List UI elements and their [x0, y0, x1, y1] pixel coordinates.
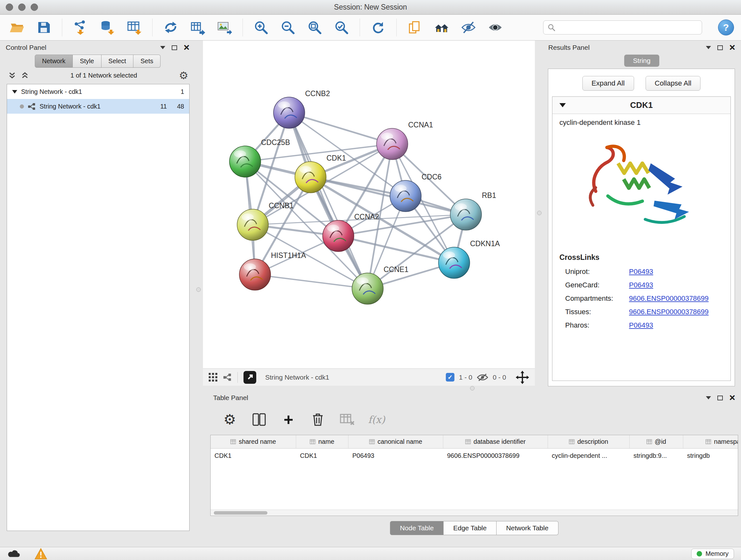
right-splitter-handle[interactable]: [537, 211, 542, 215]
delete-table-button[interactable]: [339, 411, 355, 428]
expand-all-icon[interactable]: [21, 72, 29, 79]
scrollbar-thumb[interactable]: [214, 511, 267, 515]
zoom-selected-button[interactable]: [332, 17, 351, 37]
search-field[interactable]: [543, 20, 702, 35]
tab-select[interactable]: Select: [102, 55, 134, 68]
window-zoom-button[interactable]: [30, 3, 38, 11]
results-tab-string[interactable]: String: [624, 55, 660, 67]
column-header-description[interactable]: description: [548, 435, 630, 448]
panel-menu-icon[interactable]: [706, 46, 711, 49]
collapse-entry-icon[interactable]: [559, 103, 566, 107]
edge-CCNB2-CCNA1[interactable]: [289, 113, 392, 144]
network-node-CDC6[interactable]: CDC6: [390, 173, 442, 212]
network-row[interactable]: String Network - cdk1 11 48: [7, 99, 189, 114]
edge-CCNB2-CCNE1[interactable]: [289, 113, 367, 289]
column-header-database-identifier[interactable]: database identifier: [443, 435, 548, 448]
help-button[interactable]: ?: [718, 19, 734, 36]
hidden-eye-icon[interactable]: [477, 373, 488, 381]
tab-network[interactable]: Network: [35, 55, 73, 68]
export-image-button[interactable]: [214, 17, 234, 37]
bottom-splitter-handle[interactable]: [470, 386, 475, 390]
open-in-new-window-icon[interactable]: [244, 371, 256, 384]
collapse-all-icon[interactable]: [8, 72, 16, 79]
expand-all-button[interactable]: Expand All: [583, 76, 634, 91]
show-panel-button[interactable]: [485, 17, 505, 37]
network-graph[interactable]: CCNB2CCNA1CDC25BCDK1CDC6RB1CCNB1CCNA2CDK…: [203, 41, 535, 368]
crosslink-link[interactable]: 9606.ENSP00000378699: [629, 294, 709, 303]
network-node-HIST1H1A[interactable]: HIST1H1A: [239, 251, 307, 290]
table-cell[interactable]: CDK1: [296, 449, 348, 462]
table-settings-gear-icon[interactable]: ⚙: [221, 411, 238, 428]
crosslink-link[interactable]: 9606.ENSP00000378699: [629, 308, 709, 316]
crosslink-link[interactable]: P06493: [629, 321, 653, 329]
network-collection-row[interactable]: String Network - cdk1 1: [7, 84, 189, 99]
close-panel-icon[interactable]: ×: [729, 44, 735, 52]
export-table-button[interactable]: [188, 17, 207, 37]
column-header--id[interactable]: @id: [630, 435, 683, 448]
table-cell[interactable]: 9606.ENSP00000378699: [443, 449, 548, 462]
network-node-CCNA1[interactable]: CCNA1: [377, 121, 433, 160]
tab-edge-table[interactable]: Edge Table: [444, 521, 496, 535]
edge-HIST1H1A-CCNE1[interactable]: [255, 274, 367, 289]
edge-CDK1-RB1[interactable]: [311, 177, 466, 214]
cloud-icon[interactable]: [7, 549, 20, 558]
table-cell[interactable]: stringdb: [683, 449, 738, 462]
import-table-button[interactable]: [124, 17, 144, 37]
hide-panel-button[interactable]: [459, 17, 478, 37]
network-node-CDKN1A[interactable]: CDKN1A: [439, 240, 500, 278]
open-session-button[interactable]: [7, 17, 27, 37]
table-cell[interactable]: stringdb:9...: [630, 449, 683, 462]
zoom-out-button[interactable]: [278, 17, 298, 37]
panel-menu-icon[interactable]: [706, 396, 711, 399]
warning-icon[interactable]: [35, 548, 47, 560]
column-header-shared-name[interactable]: shared name: [211, 435, 296, 448]
memory-button[interactable]: Memory: [691, 549, 734, 559]
column-header-namespac[interactable]: namespac: [683, 435, 738, 448]
table-cell[interactable]: CDK1: [211, 449, 296, 462]
tab-style[interactable]: Style: [73, 55, 101, 68]
selected-checkbox-icon[interactable]: ✓: [446, 373, 455, 381]
table-cell[interactable]: P06493: [348, 449, 443, 462]
duplicate-document-button[interactable]: [405, 17, 425, 37]
network-node-CDK1[interactable]: CDK1: [295, 154, 346, 193]
gene-entry-header[interactable]: CDK1: [552, 97, 731, 114]
close-panel-icon[interactable]: ×: [184, 44, 190, 52]
zoom-fit-button[interactable]: [305, 17, 325, 37]
crosslink-link[interactable]: P06493: [629, 267, 653, 276]
float-panel-icon[interactable]: [172, 45, 177, 50]
window-minimize-button[interactable]: [18, 3, 25, 11]
function-builder-button[interactable]: f(x): [368, 411, 385, 428]
tree-expand-icon[interactable]: [12, 90, 17, 94]
table-cell[interactable]: cyclin-dependent ...: [548, 449, 630, 462]
window-close-button[interactable]: [6, 3, 13, 11]
home-button[interactable]: [432, 17, 452, 37]
save-session-button[interactable]: [34, 17, 54, 37]
pan-move-icon[interactable]: [516, 371, 529, 384]
close-panel-icon[interactable]: ×: [729, 394, 735, 402]
zoom-in-button[interactable]: [251, 17, 271, 37]
tab-network-table[interactable]: Network Table: [496, 521, 558, 535]
collapse-all-button[interactable]: Collapse All: [646, 76, 701, 91]
network-options-gear-icon[interactable]: ⚙: [179, 70, 188, 81]
import-network-file-button[interactable]: [71, 17, 90, 37]
network-from-selection-button[interactable]: [161, 17, 181, 37]
network-view[interactable]: CCNB2CCNA1CDC25BCDK1CDC6RB1CCNB1CCNA2CDK…: [203, 41, 535, 386]
panel-menu-icon[interactable]: [160, 46, 165, 49]
network-view-icon[interactable]: [223, 373, 232, 381]
import-network-database-button[interactable]: [97, 17, 117, 37]
show-columns-button[interactable]: [251, 411, 267, 428]
tab-sets[interactable]: Sets: [133, 55, 160, 68]
column-header-canonical-name[interactable]: canonical name: [348, 435, 443, 448]
search-input[interactable]: [558, 24, 698, 31]
float-panel-icon[interactable]: [718, 45, 723, 50]
window-controls[interactable]: [6, 3, 38, 11]
column-header-name[interactable]: name: [296, 435, 348, 448]
refresh-button[interactable]: [368, 17, 388, 37]
left-splitter-handle[interactable]: [196, 287, 201, 292]
grid-view-icon[interactable]: [209, 373, 217, 381]
add-column-button[interactable]: +: [280, 411, 297, 428]
tab-node-table[interactable]: Node Table: [390, 521, 444, 535]
delete-column-button[interactable]: [310, 411, 326, 428]
table-row[interactable]: CDK1CDK1P064939606.ENSP00000378699cyclin…: [211, 449, 738, 462]
horizontal-scrollbar[interactable]: [211, 509, 738, 516]
